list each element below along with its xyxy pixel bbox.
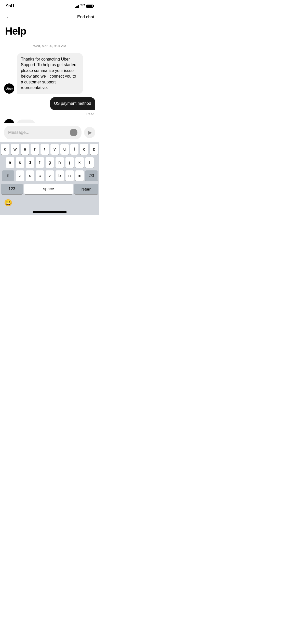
- typing-indicator-row: Uber: [4, 119, 95, 123]
- key-r[interactable]: r: [31, 144, 39, 155]
- status-bar: 9:41: [0, 0, 99, 11]
- key-c[interactable]: c: [36, 170, 44, 181]
- status-time: 9:41: [6, 4, 15, 9]
- key-y[interactable]: y: [50, 144, 59, 155]
- space-key[interactable]: space: [24, 184, 73, 194]
- key-f[interactable]: f: [36, 157, 44, 168]
- uber-avatar: Uber: [4, 83, 14, 94]
- message-input-wrapper[interactable]: Message...: [4, 126, 82, 139]
- key-z[interactable]: z: [16, 170, 24, 181]
- page-title-section: Help: [0, 24, 99, 41]
- delete-key[interactable]: ⌫: [85, 170, 98, 181]
- key-w[interactable]: w: [11, 144, 19, 155]
- status-icons: [75, 4, 93, 8]
- message-row-sent: US payment method: [4, 97, 95, 110]
- key-p[interactable]: p: [90, 144, 98, 155]
- message-row-received: Uber Thanks for contacting Uber Support.…: [4, 53, 95, 94]
- received-message-text: Thanks for contacting Uber Support. To h…: [21, 57, 77, 90]
- key-e[interactable]: e: [21, 144, 29, 155]
- chat-timestamp: Wed, Mar 20, 9:04 AM: [4, 44, 95, 48]
- key-n[interactable]: n: [65, 170, 74, 181]
- key-u[interactable]: u: [60, 144, 69, 155]
- key-k[interactable]: k: [75, 157, 84, 168]
- key-s[interactable]: s: [16, 157, 24, 168]
- num-key[interactable]: 123: [1, 184, 23, 194]
- return-key[interactable]: return: [74, 184, 98, 194]
- key-t[interactable]: t: [40, 144, 49, 155]
- back-button[interactable]: ←: [5, 13, 13, 21]
- signal-icon: [75, 5, 79, 8]
- emoji-button[interactable]: 😀: [3, 198, 13, 208]
- key-a[interactable]: a: [6, 157, 14, 168]
- key-g[interactable]: g: [46, 157, 54, 168]
- nav-bar: ← End chat: [0, 11, 99, 24]
- battery-icon: [86, 5, 93, 8]
- key-h[interactable]: h: [56, 157, 64, 168]
- typing-bubble: [17, 120, 35, 123]
- message-input[interactable]: Message...: [8, 130, 70, 135]
- chat-area: Wed, Mar 20, 9:04 AM Uber Thanks for con…: [0, 41, 99, 123]
- keyboard: q w e r t y u i o p a s d f g h j k l ⇧ …: [0, 142, 99, 215]
- shift-key[interactable]: ⇧: [2, 170, 14, 181]
- keyboard-row-1: q w e r t y u i o p: [1, 144, 98, 155]
- received-bubble: Thanks for contacting Uber Support. To h…: [17, 53, 83, 94]
- input-area: Message... ▶: [0, 123, 99, 142]
- key-j[interactable]: j: [65, 157, 74, 168]
- key-i[interactable]: i: [70, 144, 79, 155]
- keyboard-row-2: a s d f g h j k l: [1, 157, 98, 168]
- key-d[interactable]: d: [26, 157, 34, 168]
- key-x[interactable]: x: [26, 170, 34, 181]
- key-l[interactable]: l: [85, 157, 94, 168]
- page-title: Help: [5, 25, 26, 37]
- wifi-icon: [80, 4, 85, 8]
- key-o[interactable]: o: [80, 144, 88, 155]
- keyboard-row-4: 123 space return: [1, 184, 98, 194]
- sent-bubble: US payment method: [50, 97, 95, 110]
- sent-message-text: US payment method: [54, 101, 91, 106]
- end-chat-button[interactable]: End chat: [77, 14, 94, 20]
- key-q[interactable]: q: [1, 144, 9, 155]
- keyboard-row-3: ⇧ z x c v b n m ⌫: [1, 170, 98, 181]
- send-icon: ▶: [88, 130, 92, 135]
- send-button[interactable]: ▶: [84, 127, 95, 138]
- mic-button[interactable]: [70, 129, 77, 136]
- home-indicator: [33, 211, 67, 213]
- read-receipt: Read: [4, 112, 95, 116]
- key-b[interactable]: b: [56, 170, 64, 181]
- key-v[interactable]: v: [46, 170, 54, 181]
- keyboard-bottom: 😀: [1, 197, 98, 210]
- key-m[interactable]: m: [75, 170, 84, 181]
- uber-avatar-typing: Uber: [4, 119, 14, 123]
